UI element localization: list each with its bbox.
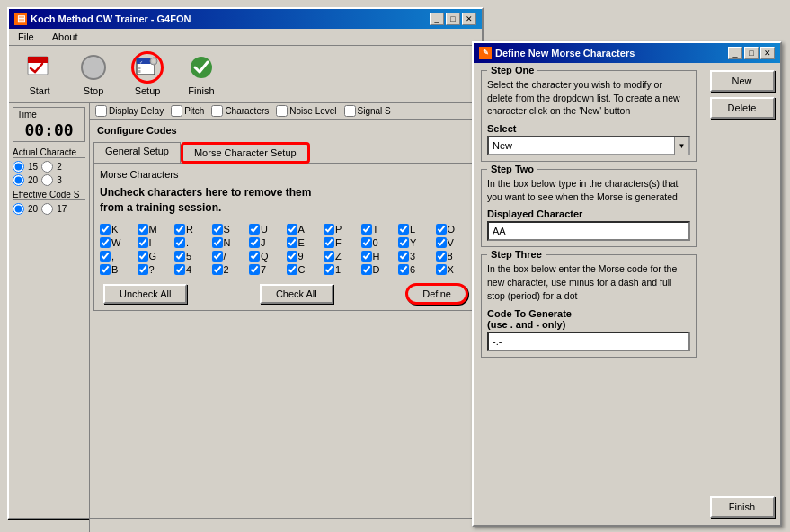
morse-instructions: Uncheck characters here to remove themfr… (100, 185, 472, 216)
pitch-option[interactable]: Pitch (171, 105, 204, 117)
dialog-new-button[interactable]: New (710, 70, 775, 92)
display-delay-option[interactable]: Display Delay (95, 105, 164, 117)
morse-char-label-5: 5 (186, 251, 191, 262)
morse-cell-S: S (212, 223, 249, 235)
menu-file[interactable]: File (14, 31, 38, 43)
dialog-maximize-button[interactable]: □ (744, 47, 759, 59)
morse-checkbox-G[interactable] (138, 251, 148, 262)
morse-checkbox-0[interactable] (361, 237, 372, 248)
morse-char-label-6: 6 (410, 264, 415, 275)
morse-checkbox-X[interactable] (436, 264, 447, 275)
close-button[interactable]: ✕ (462, 13, 476, 25)
morse-checkbox-5[interactable] (174, 251, 185, 262)
dialog-close-button[interactable]: ✕ (760, 47, 775, 59)
select-arrow-icon[interactable]: ▼ (674, 137, 688, 155)
characters-checkbox[interactable] (211, 105, 223, 117)
check-all-button[interactable]: Check All (260, 284, 333, 304)
morse-cell-W: W (100, 236, 137, 249)
morse-cell-X: X (436, 263, 473, 276)
setup-button[interactable]: ✓ ≡ ≡ Setup (124, 49, 171, 98)
signal-s-checkbox[interactable] (344, 105, 356, 117)
tabs: General Setup Morse Character Setup (93, 141, 478, 163)
eff-radio-17[interactable] (41, 203, 53, 215)
morse-checkbox-M[interactable] (138, 224, 148, 235)
main-window-title: Koch Method CW Trainer - G4FON (31, 13, 191, 24)
morse-checkbox-F[interactable] (324, 237, 334, 248)
setup-icon-wrap: ✓ ≡ ≡ (131, 51, 164, 84)
start-button[interactable]: Start (16, 49, 63, 98)
morse-cell-K: K (100, 223, 137, 235)
morse-cell-H: H (361, 250, 398, 262)
noise-level-checkbox[interactable] (276, 105, 288, 117)
characters-option[interactable]: Characters (211, 105, 269, 117)
morse-checkbox-,[interactable] (100, 251, 111, 262)
morse-checkbox-Q[interactable] (249, 251, 260, 262)
eff-radio-20[interactable] (13, 203, 24, 215)
stop-button[interactable]: Stop (70, 49, 117, 98)
morse-checkbox-/[interactable] (212, 251, 223, 262)
morse-checkbox-H[interactable] (361, 251, 372, 262)
morse-cell-4: 4 (174, 263, 211, 276)
pitch-checkbox[interactable] (171, 105, 182, 117)
define-button[interactable]: Define (405, 283, 468, 305)
morse-checkbox-T[interactable] (361, 224, 372, 235)
morse-checkbox-9[interactable] (287, 251, 297, 262)
morse-checkbox-C[interactable] (287, 264, 297, 275)
dialog-finish-button[interactable]: Finish (710, 496, 775, 518)
morse-cell-M: M (138, 223, 174, 235)
uncheck-all-button[interactable]: Uncheck All (103, 284, 187, 304)
code-to-generate-input[interactable] (487, 332, 690, 351)
morse-checkbox-7[interactable] (249, 264, 260, 275)
tab-general[interactable]: General Setup (93, 142, 181, 164)
morse-cell-0: 0 (361, 236, 398, 249)
morse-checkbox-N[interactable] (212, 237, 223, 248)
morse-checkbox-?[interactable] (138, 264, 148, 275)
signal-s-option[interactable]: Signal S (344, 105, 391, 117)
dialog-minimize-button[interactable]: _ (728, 47, 742, 59)
morse-checkbox-S[interactable] (212, 224, 223, 235)
morse-cell-G: G (138, 250, 174, 262)
morse-checkbox-D[interactable] (361, 264, 372, 275)
morse-checkbox-B[interactable] (100, 264, 111, 275)
morse-checkbox-1[interactable] (324, 264, 334, 275)
morse-cell-3: 3 (398, 250, 435, 262)
morse-checkbox-4[interactable] (174, 264, 185, 275)
morse-cell-N: N (212, 236, 249, 249)
morse-checkbox-Z[interactable] (324, 251, 334, 262)
maximize-button[interactable]: □ (446, 13, 460, 25)
morse-checkbox-V[interactable] (436, 237, 447, 248)
morse-checkbox-3[interactable] (398, 251, 409, 262)
step-one-select[interactable]: New ▼ (487, 136, 690, 155)
noise-level-option[interactable]: Noise Level (276, 105, 336, 117)
morse-checkbox-A[interactable] (287, 224, 297, 235)
menu-about[interactable]: About (49, 31, 82, 43)
morse-checkbox-P[interactable] (324, 224, 334, 235)
morse-checkbox-O[interactable] (436, 224, 447, 235)
display-delay-checkbox[interactable] (95, 105, 107, 117)
displayed-character-input[interactable] (487, 221, 690, 241)
dialog-delete-button[interactable]: Delete (710, 97, 775, 119)
morse-checkbox-6[interactable] (398, 264, 409, 275)
minimize-button[interactable]: _ (430, 13, 444, 25)
morse-checkbox-U[interactable] (249, 224, 260, 235)
actual-radio-2[interactable] (41, 161, 53, 173)
morse-checkbox-R[interactable] (174, 224, 185, 235)
morse-checkbox-J[interactable] (249, 237, 260, 248)
morse-checkbox-Y[interactable] (398, 237, 409, 248)
morse-checkbox-.[interactable] (174, 237, 185, 248)
tab-morse[interactable]: Morse Character Setup (181, 142, 310, 164)
actual-radio-3[interactable] (41, 174, 53, 186)
actual-radio-20[interactable] (13, 174, 24, 186)
morse-checkbox-L[interactable] (398, 224, 409, 235)
morse-checkbox-8[interactable] (436, 251, 447, 262)
app-icon: ▤ (14, 13, 27, 25)
morse-checkbox-I[interactable] (138, 237, 148, 248)
finish-button[interactable]: Finish (178, 49, 225, 98)
morse-checkbox-E[interactable] (287, 237, 297, 248)
morse-section-title: Morse Characters (100, 169, 472, 180)
step-three-legend: Step Three (487, 249, 546, 260)
morse-checkbox-W[interactable] (100, 237, 111, 248)
morse-checkbox-K[interactable] (100, 224, 111, 235)
morse-checkbox-2[interactable] (212, 264, 223, 275)
actual-radio-15[interactable] (13, 161, 24, 173)
